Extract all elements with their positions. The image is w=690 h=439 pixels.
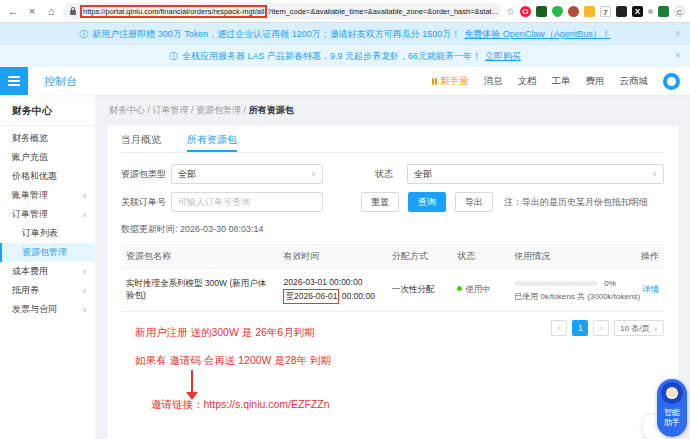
valid-to-annotation-box: 至2026-06-01: [283, 289, 339, 304]
chevron-down-icon: ∨: [82, 186, 87, 205]
allocation-cell: 一次性分配: [387, 269, 452, 312]
banner-link-buy[interactable]: 立即购买: [485, 50, 521, 63]
topnav-item-docs[interactable]: 文档: [518, 75, 537, 88]
query-button[interactable]: 查询: [408, 192, 446, 212]
extension-icon[interactable]: [648, 9, 653, 14]
banner-text: 新用户注册即赠 300万 Token，通过企业认证再领 1200万；邀请好友双方…: [92, 28, 460, 41]
breadcrumb-sep: /: [191, 105, 194, 115]
extension-icon[interactable]: C: [674, 6, 685, 17]
sidebar-item-bills[interactable]: 账单管理∨: [0, 186, 95, 205]
extension-icon[interactable]: [584, 6, 595, 17]
shield-extension-icon[interactable]: [552, 6, 563, 17]
topnav-item-billing[interactable]: 费用: [586, 75, 605, 88]
sidebar-item-orders[interactable]: 订单管理∧: [0, 205, 95, 224]
tab-bar: 当月概览 所有资源包: [121, 126, 664, 153]
reset-button[interactable]: 重置: [361, 192, 399, 212]
status-text: 使用中: [465, 284, 491, 294]
banner-text: 全栈应用服务器 LAS 产品新春特惠，9.9 元起步养龙虾，66元就能养一年！: [182, 50, 481, 63]
extension-icon[interactable]: O: [520, 6, 531, 17]
annotation-line-2: 如果有 邀请码 会再送 1200W 是28年 到期: [135, 354, 331, 368]
sidebar-item-order-list[interactable]: 订单列表: [0, 224, 95, 243]
topnav-item-messages[interactable]: 消息: [484, 75, 503, 88]
topnav-item-promo[interactable]: 新手营: [432, 75, 469, 88]
status-value: 全部: [414, 168, 432, 181]
breadcrumb-current: 所有资源包: [249, 105, 294, 115]
next-page-button[interactable]: ›: [593, 320, 609, 336]
page-size-value: 10 条/页: [620, 323, 649, 334]
address-bar[interactable]: https://portal.qiniu.com/financial/order…: [63, 3, 501, 19]
topnav-item-cloudmall[interactable]: 云商城: [620, 75, 649, 88]
screen: ← × ⌂ https://portal.qiniu.com/financial…: [0, 0, 690, 439]
extension-icon[interactable]: 7: [600, 6, 611, 17]
sidebar-item-recharge[interactable]: 账户充值: [0, 148, 95, 167]
assistant-avatar-icon: [661, 382, 683, 404]
breadcrumb-sep: /: [244, 105, 247, 115]
status-select[interactable]: 全部 ∨: [407, 164, 664, 184]
pagination: ‹ 1 › 10 条/页∨: [551, 320, 664, 336]
sidebar-item-pricing[interactable]: 价格和优惠: [0, 167, 95, 186]
home-icon[interactable]: ⌂: [44, 5, 58, 17]
respack-type-select[interactable]: 全部 ∨: [171, 164, 323, 184]
sidebar-item-label: 账单管理: [12, 190, 48, 200]
user-avatar[interactable]: [663, 73, 680, 90]
detail-link[interactable]: 详情: [642, 284, 659, 294]
breadcrumb-item[interactable]: 订单管理: [153, 105, 189, 115]
sidebar-item-finance-overview[interactable]: 财务概览: [0, 129, 95, 148]
sidebar-item-voucher[interactable]: 抵用券∨: [0, 281, 95, 300]
usage-detail: 已使用 0k/tokens 共 (3000k/tokens): [514, 291, 629, 302]
order-no-label: 关联订单号: [121, 196, 171, 209]
tab-all-respacks[interactable]: 所有资源包: [187, 126, 237, 152]
filter-row-1: 资源包类型 全部 ∨ 状态 全部 ∨: [121, 164, 664, 184]
col-header-allocation: 分配方式: [387, 245, 452, 269]
url-text[interactable]: https://portal.qiniu.com/financial/order…: [80, 7, 498, 16]
chevron-up-icon: ∧: [82, 205, 87, 224]
sidebar: 财务中心 财务概览 账户充值 价格和优惠 账单管理∨ 订单管理∧ 订单列表 资源…: [0, 95, 95, 439]
extension-icon[interactable]: [536, 6, 547, 17]
sidebar-item-invoice[interactable]: 发票与合同∨: [0, 300, 95, 319]
data-update-time: 数据更新时间: 2026-03-30 08:03:14: [121, 223, 664, 236]
breadcrumb-item[interactable]: 资源包管理: [196, 105, 241, 115]
prev-page-button[interactable]: ‹: [551, 320, 567, 336]
table-row: 实时推理全系列模型 300W (新用户体验包) 2026-03-01 00:00…: [121, 269, 664, 312]
chevron-down-icon: ∨: [82, 300, 87, 319]
status-cell: 使用中: [452, 269, 509, 312]
sidebar-item-label: 抵用券: [12, 285, 39, 295]
extension-icon[interactable]: [658, 6, 669, 17]
ai-assistant-widget[interactable]: 智能助手: [657, 379, 687, 437]
export-button[interactable]: 导出: [455, 192, 493, 212]
sidebar-item-respack-mgt[interactable]: 资源包管理: [0, 243, 95, 262]
topnav-item-tickets[interactable]: 工单: [552, 75, 571, 88]
table-header-row: 资源包名称 有效时间 分配方式 状态 使用情况 操作: [121, 245, 664, 269]
info-icon: ⓘ: [169, 50, 178, 63]
browser-chrome: ← × ⌂ https://portal.qiniu.com/financial…: [0, 0, 690, 23]
hamburger-menu-icon[interactable]: [0, 67, 28, 95]
sidebar-item-label: 价格和优惠: [12, 171, 57, 181]
console-link[interactable]: 控制台: [44, 74, 77, 89]
breadcrumb-sep: /: [148, 105, 151, 115]
tab-month-overview[interactable]: 当月概览: [121, 126, 161, 152]
invite-link-url: https://s.qiniu.com/EZFZZn: [204, 398, 330, 410]
extension-icon[interactable]: [568, 6, 579, 17]
extension-icon[interactable]: X: [632, 6, 643, 17]
order-no-input[interactable]: [171, 192, 323, 212]
respack-table: 资源包名称 有效时间 分配方式 状态 使用情况 操作 实时推理全系列模型 300…: [121, 244, 664, 312]
page-size-select[interactable]: 10 条/页∨: [614, 320, 664, 336]
annotation-line-1: 新用户注册 送的300W 是 26年6月到期: [135, 326, 315, 340]
usage-cell: 0% 已使用 0k/tokens 共 (3000k/tokens): [509, 269, 634, 312]
back-icon[interactable]: ←: [6, 5, 20, 17]
lock-icon: [70, 10, 76, 15]
page-1-button[interactable]: 1: [572, 320, 588, 336]
banner-link-openclaw[interactable]: 免费体验 OpenClaw（AgentBus）！: [464, 28, 611, 41]
extension-icon[interactable]: [616, 6, 627, 17]
breadcrumb-item[interactable]: 财务中心: [109, 105, 145, 115]
chevron-down-icon: ∨: [654, 325, 658, 332]
invite-link-label: 邀请链接：: [151, 398, 204, 410]
sidebar-item-cost[interactable]: 成本费用∨: [0, 262, 95, 281]
page-body: 财务中心 财务概览 账户充值 价格和优惠 账单管理∨ 订单管理∧ 订单列表 资源…: [0, 95, 690, 439]
col-header-action: 操作: [634, 245, 664, 269]
chevron-down-icon: ∨: [652, 170, 657, 178]
close-icon[interactable]: ×: [675, 27, 681, 39]
bookmark-star-icon[interactable]: ☆: [506, 6, 515, 17]
stop-icon[interactable]: ×: [25, 5, 39, 17]
close-icon[interactable]: ×: [675, 49, 681, 61]
